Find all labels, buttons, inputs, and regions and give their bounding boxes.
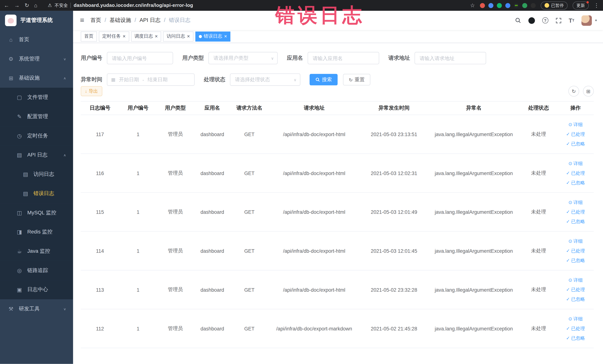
search-button[interactable]: 搜索 [310,74,337,85]
tab[interactable]: 调度日志 [131,31,161,41]
sidebar-item[interactable]: ☕ Java 监控 [0,242,73,261]
tab[interactable]: 首页 [81,31,97,41]
breadcrumb-item[interactable]: 首页 [91,17,110,24]
processed-link[interactable]: 已处理 [566,170,585,176]
detail-link[interactable]: 详细 [568,316,583,322]
ignored-link[interactable]: 已忽略 [566,141,585,147]
sidebar-item[interactable]: ◨ Redis 监控 [0,222,73,242]
smiley-icon [545,3,549,8]
cell-method: GET [231,115,268,153]
app-logo[interactable]: 芋道管理系统 [0,11,73,30]
cell-actions: 详细 已处理 已忽略 [557,232,594,270]
user-type-select[interactable]: 请选择用户类型 [208,52,278,64]
breadcrumb-item[interactable]: 基础设施 [110,17,139,24]
url-text[interactable]: dashboard.yudao.iocoder.cn/infra/log/api… [74,3,193,8]
tab[interactable]: 定时任务 [99,31,129,41]
cell-process-status: 未处理 [520,193,557,231]
tab-close-icon[interactable] [224,34,227,39]
column-header: 异常发生时间 [360,102,428,115]
sidebar-item[interactable]: ⚒ 研发工具 [0,299,73,318]
sidebar-item[interactable]: ⚙ 系统管理 [0,49,73,69]
detail-link[interactable]: 详细 [568,121,583,128]
sidebar-item[interactable]: ▤ 访问日志 [0,165,73,184]
sidebar-item[interactable]: ⌂ 首页 [0,30,73,49]
sidebar-item[interactable]: ◫ MySQL 监控 [0,203,73,222]
breadcrumb-item[interactable]: API 日志 [139,17,169,24]
detail-link[interactable]: 详细 [568,199,583,206]
detail-link[interactable]: 详细 [568,277,583,283]
bookmark-star-icon[interactable] [470,3,475,8]
request-url-input[interactable] [415,52,486,64]
sidebar-item[interactable]: ▣ 日志中心 [0,280,73,299]
tab-close-icon[interactable] [123,34,126,39]
sidebar-menu: ⌂ 首页 ⚙ 系统管理 ⊞ 基础设施 ▢ 文 [0,30,73,318]
extension-grid-icon[interactable] [505,3,510,8]
refresh-button[interactable] [568,86,579,97]
tab-close-icon[interactable] [187,34,190,39]
processed-link[interactable]: 已处理 [566,247,585,254]
sidebar-item-label: 日志中心 [27,286,48,293]
user-avatar[interactable] [582,15,592,26]
browser-menu-icon[interactable] [594,3,599,8]
chevron-icon [63,153,66,157]
browser-home-icon[interactable] [34,3,37,8]
caret-down-icon[interactable] [595,19,597,23]
ignored-link[interactable]: 已忽略 [566,335,585,341]
sidebar-item[interactable]: ▢ 文件管理 [0,88,73,107]
github-icon[interactable] [528,17,535,23]
file-icon: ▢ [16,94,23,100]
extension-paw-icon[interactable] [531,3,536,8]
chevron-icon [63,76,66,80]
sidebar-item[interactable]: ▤ 错误日志 [0,184,73,203]
processed-link[interactable]: 已处理 [566,286,585,293]
extension-blue-icon[interactable] [488,3,493,8]
processed-link[interactable]: 已处理 [566,209,585,215]
browser-forward-icon[interactable] [14,3,20,8]
cell-exception-name: java.lang.IllegalArgumentException [428,193,520,231]
update-button[interactable]: 更新 [573,1,589,10]
browser-reload-icon[interactable] [25,3,29,8]
export-button[interactable]: 导出 [81,86,102,96]
detail-link[interactable]: 详细 [568,238,583,244]
sidebar-item[interactable]: ⊞ 基础设施 [0,69,73,88]
processed-link[interactable]: 已处理 [566,131,585,137]
sidebar-item[interactable]: ◷ 定时任务 [0,126,73,145]
mysql-icon: ◫ [16,210,23,216]
font-size-icon[interactable] [569,17,574,23]
ignored-link[interactable]: 已忽略 [566,179,585,186]
reset-button[interactable]: 重置 [343,74,370,85]
ignored-link[interactable]: 已忽略 [566,257,585,264]
detail-link[interactable]: 详细 [568,160,583,167]
app-name-input[interactable] [308,52,379,64]
paused-badge[interactable]: 已暂停 [541,1,568,10]
column-settings-button[interactable] [583,86,594,97]
browser-back-icon[interactable] [4,3,9,8]
breadcrumb-item[interactable]: 错误日志 [169,17,190,24]
process-status-select[interactable]: 请选择处理状态 [230,73,301,86]
fullscreen-icon[interactable] [556,17,561,23]
sidebar-item[interactable]: ✎ 配置管理 [0,107,73,126]
search-icon[interactable] [515,17,521,23]
eye-icon [568,161,572,166]
extension-green-circle-icon[interactable] [497,3,502,8]
extension-red-icon[interactable] [480,3,485,8]
ignored-link[interactable]: 已忽略 [566,296,585,303]
tab-close-icon[interactable] [155,34,158,39]
extension-on-icon[interactable]: on [514,3,519,8]
hamburger-icon[interactable] [80,16,84,25]
user-id-input[interactable] [107,52,173,64]
help-icon[interactable] [542,17,548,23]
tab[interactable]: 错误日志 [195,31,231,41]
sidebar-item-label: 访问日志 [33,171,54,178]
address-bar[interactable]: 不安全 dashboard.yudao.iocoder.cn/infra/log… [48,2,193,8]
processed-link[interactable]: 已处理 [566,325,585,332]
sidebar-item[interactable]: ▤ API 日志 [0,145,73,165]
extension-tree-icon[interactable] [522,3,527,8]
filter-row-2: 异常时间 开始日期 - 结束日期 处理状态 请选择处理状态 [81,73,595,86]
tab[interactable]: 访问日志 [163,31,193,41]
date-range-picker[interactable]: 开始日期 - 结束日期 [107,73,195,86]
cell-exception-name: java.lang.IllegalArgumentException [428,270,520,309]
ignored-link[interactable]: 已忽略 [566,218,585,225]
check-icon [566,297,570,302]
sidebar-item[interactable]: ◎ 链路追踪 [0,261,73,280]
